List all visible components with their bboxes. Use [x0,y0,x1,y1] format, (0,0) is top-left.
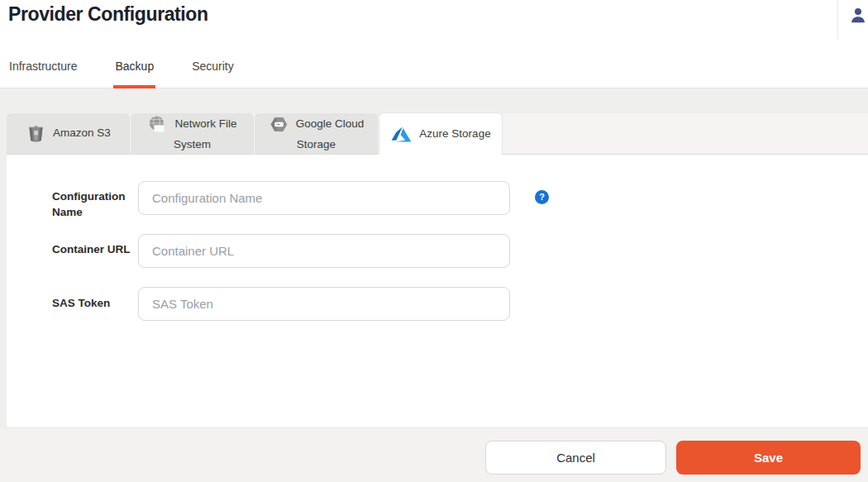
header: Provider Configuration Infrastructure Ba… [0,0,868,88]
cancel-button[interactable]: Cancel [485,441,666,475]
provider-form-panel: Configuration Name ? Container URL SAS T… [7,155,868,428]
configuration-name-input[interactable] [138,181,510,215]
provider-tab-label: Amazon S3 [53,126,111,139]
provider-tab-network-file-system[interactable]: Network File System [131,113,255,155]
azure-storage-icon [390,124,413,145]
help-icon[interactable]: ? [535,190,549,204]
provider-tab-label: Network File System [174,117,237,150]
provider-tab-amazon-s3[interactable]: Amazon S3 [7,113,131,155]
sas-token-input[interactable] [138,287,510,321]
provider-tab-strip: Amazon S3 Network File System Google Clo… [7,113,868,155]
container-url-input[interactable] [138,234,510,268]
header-divider [837,0,838,40]
sas-token-label: SAS Token [52,295,135,311]
amazon-s3-icon [26,123,46,144]
provider-tab-azure-storage[interactable]: Azure Storage [379,112,503,155]
footer-bar: Cancel Save [0,428,868,482]
user-icon[interactable] [849,7,867,25]
page-title: Provider Configuration [8,3,208,26]
save-button[interactable]: Save [676,441,861,475]
tab-strip-filler [503,113,868,155]
configuration-name-label: Configuration Name [52,189,135,220]
tab-infrastructure[interactable]: Infrastructure [9,55,77,88]
google-cloud-storage-icon [269,114,289,135]
primary-nav: Infrastructure Backup Security [9,55,234,88]
provider-tab-label: Azure Storage [419,127,490,140]
provider-tab-google-cloud-storage[interactable]: Google Cloud Storage [255,113,379,155]
container-url-label: Container URL [52,241,135,257]
network-file-system-icon [147,114,168,135]
provider-tab-label: Google Cloud Storage [296,117,365,150]
tab-backup[interactable]: Backup [113,55,155,88]
tab-security[interactable]: Security [192,55,234,88]
